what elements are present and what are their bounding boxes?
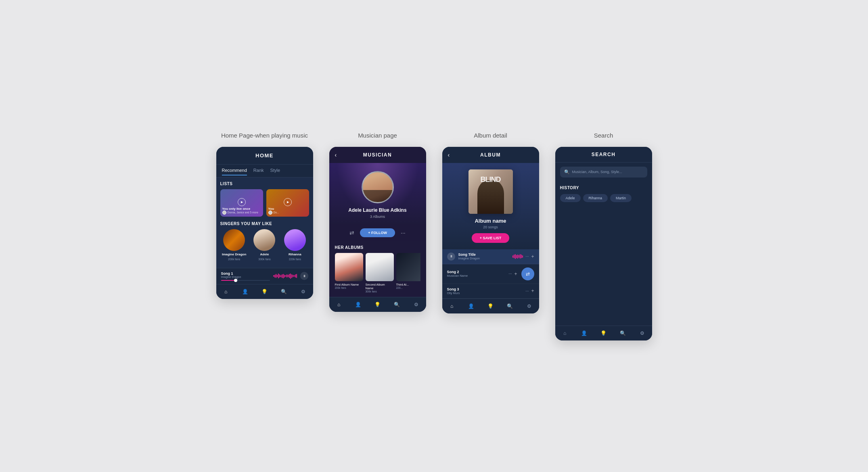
lists-section-title: LISTS xyxy=(220,182,309,186)
nav-search-home[interactable]: ⌂ xyxy=(561,329,569,337)
waveform-bar xyxy=(296,274,297,278)
albums-section: HER ALBUMS First Album Name 200k fans Se xyxy=(329,241,426,297)
more-icon-musician[interactable]: ··· xyxy=(401,230,406,236)
album-songs: 20 songs xyxy=(448,225,533,229)
song-item-2[interactable]: Song 2 Musician Name ··· + ⇄ xyxy=(442,264,539,284)
album-name: Album name xyxy=(448,218,533,224)
nav-home-user[interactable]: 👤 xyxy=(241,288,249,296)
singer-name-adele: Adele xyxy=(260,253,269,256)
nav-musician-gear[interactable]: ⚙ xyxy=(412,301,420,309)
album-cover: BLIND xyxy=(469,169,513,214)
history-tag-rihanna[interactable]: Rihanna xyxy=(583,194,608,202)
save-list-button[interactable]: + SAVE LIST xyxy=(472,233,510,243)
nav-search-bulb[interactable]: 💡 xyxy=(600,329,608,337)
musician-label: Musician page xyxy=(358,132,397,139)
history-tag-martin[interactable]: Martin xyxy=(610,194,632,202)
nav-album-bulb[interactable]: 💡 xyxy=(487,302,495,310)
nav-home-home[interactable]: ⌂ xyxy=(222,288,230,296)
tab-rank[interactable]: Rank xyxy=(253,168,264,175)
album-card-1[interactable]: First Album Name 200k fans xyxy=(335,253,363,293)
album-card-fans-1: 200k fans xyxy=(335,286,363,289)
waveform-bar xyxy=(274,275,275,278)
musician-hero: Adele Laurie Blue Adkins 3 Albums xyxy=(329,163,426,224)
singer-fans-adele: 300k fans xyxy=(258,258,270,261)
album-thumb-2 xyxy=(366,253,394,281)
waveform-bar xyxy=(285,275,286,277)
nav-album-gear[interactable]: ⚙ xyxy=(525,302,533,310)
singer-adele[interactable]: Adele 300k fans xyxy=(251,229,278,261)
np-dot xyxy=(234,279,237,282)
song-add-3[interactable]: + xyxy=(531,288,534,294)
list-card-2-play[interactable] xyxy=(284,198,292,206)
pause-button-home[interactable]: ⏸ xyxy=(300,272,308,280)
nav-home-gear[interactable]: ⚙ xyxy=(299,288,307,296)
playing-waveform xyxy=(512,253,523,260)
shuffle-icon-musician[interactable]: ⇄ xyxy=(349,230,354,236)
song-dots-3[interactable]: ··· xyxy=(525,289,529,293)
waveform-bar xyxy=(276,274,276,278)
nav-musician-home[interactable]: ⌂ xyxy=(335,301,343,309)
nav-home-search[interactable]: 🔍 xyxy=(280,288,288,296)
play-wave-bar xyxy=(521,255,522,258)
nav-search-search[interactable]: 🔍 xyxy=(619,329,627,337)
nav-home-bulb[interactable]: 💡 xyxy=(261,288,269,296)
singers-row: Imagine Dragon 200k fans Adele 300k fans xyxy=(220,229,309,261)
np-waveform xyxy=(273,272,297,280)
nav-search-user[interactable]: 👤 xyxy=(580,329,588,337)
song-artist-3: Olly Murs xyxy=(447,291,523,295)
singer-name-rihanna: Rihanna xyxy=(289,253,301,256)
album-card-3[interactable]: Third Al... 220... xyxy=(396,253,420,293)
album-card-2[interactable]: Second Album Name 300k fans xyxy=(366,253,394,293)
musician-bottom-nav: ⌂ 👤 💡 🔍 ⚙ xyxy=(329,297,426,312)
list-card-1-play[interactable] xyxy=(238,198,246,206)
tab-style[interactable]: Style xyxy=(270,168,280,175)
song-add-1[interactable]: + xyxy=(531,254,534,259)
search-header-title: SEARCH xyxy=(561,152,646,157)
song-item-1[interactable]: ⏸ Song Title Imagine Dragon ··· + xyxy=(442,249,539,264)
search-input-inner[interactable]: 🔍 Musician, Album, Song, Style... xyxy=(560,167,647,178)
singer-imagine-dragon[interactable]: Imagine Dragon 200k fans xyxy=(220,229,248,261)
home-tabs: Recommend Rank Style xyxy=(216,165,313,178)
nav-album-search[interactable]: 🔍 xyxy=(506,302,514,310)
list-card-2[interactable]: You Do... xyxy=(266,189,309,217)
list-card-1[interactable]: You only live once Donna, Janice and 5 m… xyxy=(220,189,263,217)
song-pause-button[interactable]: ⏸ xyxy=(447,253,455,261)
imagine-inner xyxy=(223,229,245,251)
history-section: HISTORY Adele Rihanna Martin xyxy=(555,182,652,206)
np-info: Song 1 Imagine Dragon xyxy=(221,272,270,281)
list-card-1-title: You only live once xyxy=(222,207,261,211)
song-dots-2[interactable]: ··· xyxy=(508,272,512,276)
follow-button[interactable]: + FOLLOW xyxy=(360,228,395,237)
nav-album-home[interactable]: ⌂ xyxy=(448,302,456,310)
list-card-1-overlay: You only live once Donna, Janice and 5 m… xyxy=(220,189,263,217)
musician-face xyxy=(363,172,393,202)
shuffle-fab-button[interactable]: ⇄ xyxy=(521,267,534,280)
home-title: HOME xyxy=(222,152,307,159)
musician-actions: ⇄ + FOLLOW ··· xyxy=(329,224,426,241)
np-progress[interactable] xyxy=(221,280,270,281)
song-add-2[interactable]: + xyxy=(514,271,517,277)
list-card-2-sub: Do... xyxy=(268,211,307,215)
history-title: HISTORY xyxy=(560,186,647,190)
tab-recommend[interactable]: Recommend xyxy=(222,168,247,175)
musician-back-button[interactable]: ‹ xyxy=(335,152,337,158)
nav-musician-bulb[interactable]: 💡 xyxy=(374,301,382,309)
play-wave-bar xyxy=(522,255,523,258)
song-item-3[interactable]: Song 3 Olly Murs ··· + xyxy=(442,284,539,299)
song-dots-1[interactable]: ··· xyxy=(525,254,529,259)
play-wave-bar xyxy=(516,255,517,258)
nav-search-gear[interactable]: ⚙ xyxy=(638,329,646,337)
song-actions-2: ··· + ⇄ xyxy=(508,267,534,280)
nav-musician-user[interactable]: 👤 xyxy=(354,301,362,309)
waveform-bar xyxy=(279,274,280,278)
song-artist-2: Musician Name xyxy=(447,274,506,278)
album-back-button[interactable]: ‹ xyxy=(448,152,450,158)
waveform-bar xyxy=(277,275,278,277)
history-tag-adele[interactable]: Adele xyxy=(560,194,581,202)
album-hero: BLIND Album name 20 songs + SAVE LIST xyxy=(442,163,539,249)
np-progress-fill xyxy=(221,280,236,281)
nav-album-user[interactable]: 👤 xyxy=(467,302,475,310)
singer-rihanna[interactable]: Rihanna 220k fans xyxy=(281,229,309,261)
nav-musician-search[interactable]: 🔍 xyxy=(393,301,401,309)
singer-avatar-rihanna xyxy=(284,229,306,251)
